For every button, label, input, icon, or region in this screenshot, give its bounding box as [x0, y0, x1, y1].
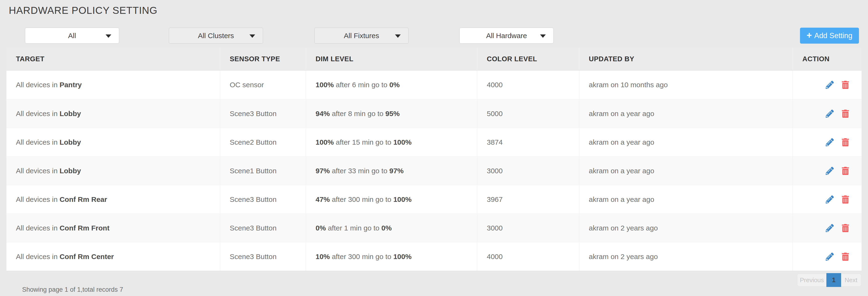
previous-page-button[interactable]: Previous [797, 274, 826, 287]
filter-dropdown-value: All [68, 32, 76, 40]
target-prefix: All devices in [16, 110, 59, 118]
filter-dropdown-all[interactable]: All [25, 28, 119, 44]
trash-icon [841, 224, 849, 232]
filter-dropdown-value: All Clusters [198, 32, 234, 40]
updated-by-cell: akram on a year ago [579, 128, 793, 156]
target-prefix: All devices in [16, 81, 59, 89]
target-prefix: All devices in [16, 252, 59, 261]
dim-level-cell: 100% after 6 min go to 0% [306, 71, 477, 99]
sensor-type-cell: Scene3 Button [220, 99, 306, 128]
dim-level-cell: 0% after 1 min go to 0% [306, 214, 477, 242]
column-header-target: TARGET [6, 48, 220, 70]
pencil-icon [826, 252, 834, 261]
action-cell [793, 99, 862, 128]
target-cell: All devices in Lobby [6, 99, 220, 128]
delete-button[interactable] [841, 252, 850, 261]
target-prefix: All devices in [16, 167, 59, 175]
dim-to: 100% [393, 252, 412, 261]
delete-button[interactable] [841, 224, 850, 232]
chevron-down-icon [249, 34, 255, 38]
edit-button[interactable] [826, 109, 834, 118]
dim-to: 95% [385, 110, 400, 118]
dim-text: after 1 min go to [326, 224, 381, 232]
next-page-button[interactable]: Next [841, 274, 861, 287]
dim-to: 100% [393, 195, 412, 204]
filter-dropdown-hardware[interactable]: All Hardware [460, 28, 554, 44]
column-header-sensor-type: SENSOR TYPE [220, 48, 306, 70]
action-cell [793, 185, 862, 214]
page-title: HARDWARE POLICY SETTING [9, 5, 157, 16]
dim-level-cell: 47% after 300 min go to 100% [306, 185, 477, 214]
dim-text: after 15 min go to [334, 138, 393, 146]
plus-icon: + [807, 31, 812, 40]
edit-button[interactable] [826, 138, 834, 146]
page-summary: Showing page 1 of 1,total records 7 [22, 286, 123, 293]
table-row: All devices in Lobby Scene1 Button 97% a… [6, 156, 862, 185]
add-setting-button[interactable]: + Add Setting [800, 28, 859, 44]
action-cell [793, 157, 862, 185]
edit-button[interactable] [826, 167, 834, 175]
add-setting-label: Add Setting [814, 31, 852, 40]
dim-from: 0% [316, 224, 326, 232]
column-header-dim-level: DIM LEVEL [306, 48, 477, 70]
hardware-policy-page: HARDWARE POLICY SETTING All All Clusters… [0, 0, 868, 296]
filter-dropdown-fixtures[interactable]: All Fixtures [314, 28, 408, 44]
action-cell [793, 214, 862, 242]
table-row: All devices in Pantry OC sensor 100% aft… [6, 71, 862, 99]
table-row: All devices in Lobby Scene3 Button 94% a… [6, 99, 862, 128]
trash-icon [841, 195, 849, 204]
edit-button[interactable] [826, 195, 834, 204]
table-row: All devices in Conf Rm Front Scene3 Butt… [6, 214, 862, 242]
column-header-color-level: COLOR LEVEL [477, 48, 579, 70]
filter-dropdown-value: All Fixtures [344, 32, 379, 40]
color-level-cell: 5000 [477, 99, 579, 128]
table-header-row: TARGET SENSOR TYPE DIM LEVEL COLOR LEVEL… [6, 48, 862, 71]
current-page-button[interactable]: 1 [826, 273, 841, 287]
color-level-cell: 4000 [477, 71, 579, 99]
pencil-icon [826, 138, 834, 146]
dim-to: 97% [389, 167, 404, 175]
sensor-type-cell: Scene3 Button [220, 242, 306, 271]
trash-icon [841, 252, 849, 261]
dim-text: after 6 min go to [334, 81, 389, 89]
edit-button[interactable] [826, 252, 834, 261]
policy-table: TARGET SENSOR TYPE DIM LEVEL COLOR LEVEL… [6, 48, 862, 271]
delete-button[interactable] [841, 109, 850, 118]
dim-from: 94% [316, 110, 330, 118]
action-cell [793, 128, 862, 156]
color-level-cell: 3967 [477, 185, 579, 214]
table-body: All devices in Pantry OC sensor 100% aft… [6, 71, 862, 271]
color-level-cell: 3000 [477, 157, 579, 185]
target-name: Conf Rm Center [59, 252, 114, 261]
pencil-icon [826, 224, 834, 232]
dim-to: 100% [393, 138, 412, 146]
edit-button[interactable] [826, 81, 834, 89]
updated-by-cell: akram on a year ago [579, 185, 793, 214]
chevron-down-icon [395, 34, 401, 38]
action-cell [793, 71, 862, 99]
updated-by-cell: akram on 2 years ago [579, 242, 793, 271]
dim-text: after 300 min go to [330, 252, 393, 261]
delete-button[interactable] [841, 195, 850, 204]
target-cell: All devices in Lobby [6, 157, 220, 185]
trash-icon [841, 81, 849, 89]
target-cell: All devices in Conf Rm Rear [6, 185, 220, 214]
trash-icon [841, 138, 849, 146]
column-header-action: ACTION [793, 48, 862, 70]
filter-dropdown-clusters[interactable]: All Clusters [169, 28, 263, 44]
target-name: Lobby [59, 138, 81, 146]
table-row: All devices in Lobby Scene2 Button 100% … [6, 128, 862, 156]
target-name: Pantry [59, 81, 82, 89]
updated-by-cell: akram on a year ago [579, 157, 793, 185]
dim-from: 97% [316, 167, 330, 175]
column-header-updated-by: UPDATED BY [579, 48, 793, 70]
sensor-type-cell: Scene3 Button [220, 214, 306, 242]
chevron-down-icon [105, 34, 111, 38]
edit-button[interactable] [826, 224, 834, 232]
target-cell: All devices in Lobby [6, 128, 220, 156]
delete-button[interactable] [841, 81, 850, 89]
delete-button[interactable] [841, 167, 850, 175]
delete-button[interactable] [841, 138, 850, 146]
updated-by-cell: akram on 2 years ago [579, 214, 793, 242]
target-prefix: All devices in [16, 195, 59, 204]
